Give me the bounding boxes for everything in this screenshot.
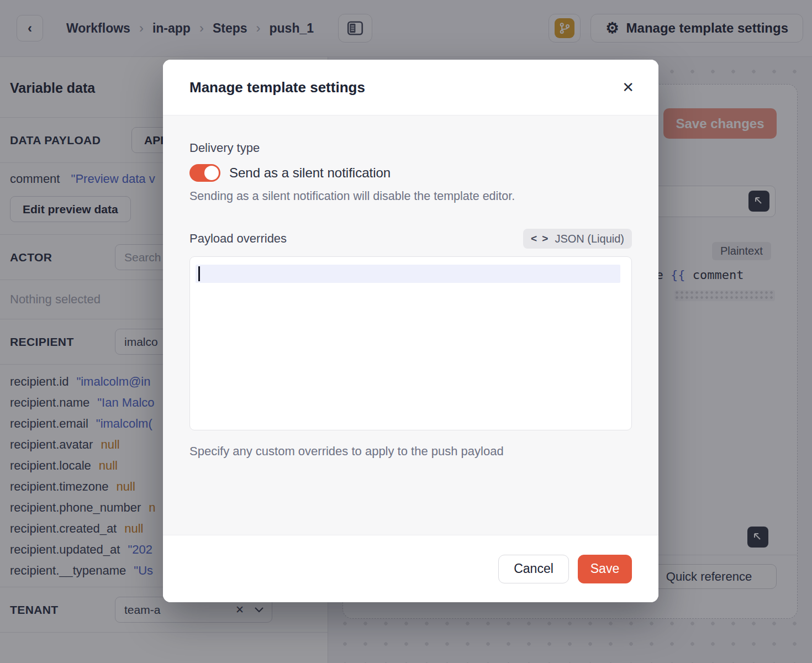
manage-template-settings-modal: Manage template settings ✕ Delivery type… xyxy=(163,60,658,602)
code-brackets-icon: < > xyxy=(531,233,549,245)
json-liquid-label: JSON (Liquid) xyxy=(555,233,624,245)
silent-notification-label: Send as a silent notification xyxy=(229,165,391,181)
silent-notification-toggle[interactable] xyxy=(189,164,220,182)
delivery-type-label: Delivery type xyxy=(189,141,632,155)
modal-header: Manage template settings ✕ xyxy=(163,60,658,115)
text-cursor xyxy=(198,266,200,281)
json-liquid-chip: < > JSON (Liquid) xyxy=(523,229,632,249)
silent-notification-row: Send as a silent notification xyxy=(189,164,632,182)
modal-footer: Cancel Save xyxy=(163,535,658,602)
payload-overrides-editor[interactable] xyxy=(189,256,632,430)
payload-overrides-label: Payload overrides xyxy=(189,231,287,246)
toggle-knob xyxy=(204,166,219,180)
cancel-button[interactable]: Cancel xyxy=(498,555,569,583)
payload-overrides-help-text: Specify any custom overrides to apply to… xyxy=(189,444,632,459)
editor-active-line xyxy=(196,265,620,283)
app-window: ‹ Workflows › in-app › Steps › push_1 xyxy=(0,0,812,663)
modal-title: Manage template settings xyxy=(189,79,365,96)
save-button[interactable]: Save xyxy=(578,555,632,583)
payload-overrides-header: Payload overrides < > JSON (Liquid) xyxy=(189,229,632,249)
delivery-type-help-text: Sending as a silent notification will di… xyxy=(189,190,632,203)
close-icon[interactable]: ✕ xyxy=(622,80,634,94)
modal-body: Delivery type Send as a silent notificat… xyxy=(163,115,658,535)
